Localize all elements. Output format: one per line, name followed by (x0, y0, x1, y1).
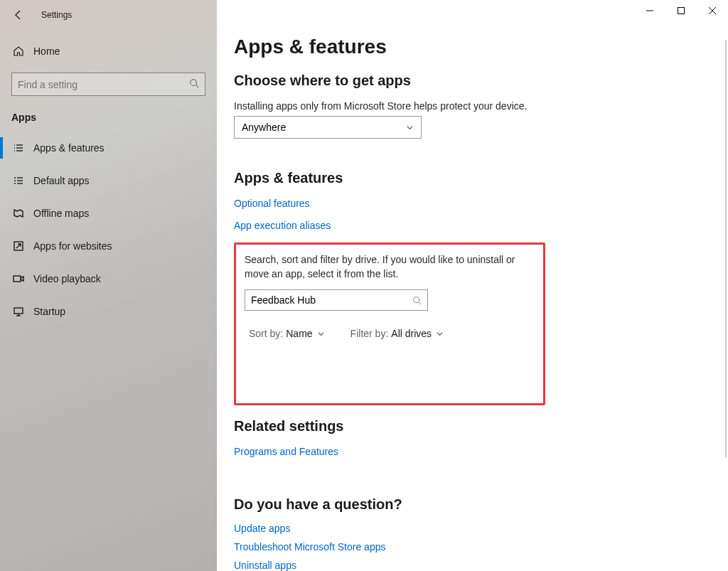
choose-heading: Choose where to get apps (234, 73, 714, 89)
sidebar-item-startup[interactable]: Startup (0, 295, 217, 328)
sidebar-item-apps-features[interactable]: Apps & features (0, 132, 217, 164)
sidebar-item-label: Apps for websites (33, 240, 112, 252)
maximize-button[interactable] (665, 0, 697, 21)
map-icon (12, 208, 25, 219)
svg-rect-20 (678, 8, 685, 14)
filter-by-dropdown[interactable]: Filter by: All drives (350, 328, 444, 339)
close-button[interactable] (697, 0, 728, 21)
svg-point-23 (414, 297, 419, 302)
sidebar-item-label: Default apps (33, 175, 90, 186)
chevron-down-icon (406, 124, 414, 132)
chevron-down-icon (317, 330, 325, 338)
sidebar-search[interactable] (11, 73, 205, 96)
sidebar-header: Settings (0, 0, 217, 30)
startup-icon (12, 306, 25, 317)
window-controls (634, 0, 728, 21)
sidebar-item-apps-websites[interactable]: Apps for websites (0, 230, 217, 262)
svg-line-24 (419, 302, 421, 304)
sidebar-item-label: Video playback (33, 273, 101, 284)
sidebar-item-label: Apps & features (33, 142, 105, 154)
related-heading: Related settings (234, 418, 714, 434)
sidebar-item-label: Offline maps (33, 208, 89, 219)
back-button[interactable] (7, 4, 30, 26)
sidebar-search-wrap (0, 65, 217, 102)
minimize-icon (646, 7, 653, 14)
sort-label: Sort by: (249, 328, 283, 339)
apps-search-input[interactable] (251, 294, 412, 306)
filterbox-desc: Search, sort and filter by drive. If you… (245, 253, 535, 281)
open-icon (12, 240, 25, 252)
arrow-left-icon (13, 9, 24, 21)
search-icon (189, 78, 199, 91)
question-links: Update apps Troubleshoot Microsoft Store… (234, 523, 714, 571)
filter-label: Filter by: (350, 328, 389, 339)
svg-rect-16 (14, 308, 23, 314)
home-icon (12, 46, 25, 57)
svg-rect-15 (14, 276, 21, 282)
svg-point-0 (191, 79, 197, 85)
list-icon (12, 142, 25, 154)
filter-value: All drives (391, 328, 432, 339)
chevron-down-icon (436, 330, 444, 338)
svg-line-1 (196, 85, 199, 87)
close-icon (709, 7, 716, 14)
window-title: Settings (41, 10, 72, 20)
sidebar-item-default-apps[interactable]: Default apps (0, 164, 217, 197)
scrollbar[interactable] (725, 40, 727, 457)
video-icon (12, 273, 25, 284)
sidebar-home[interactable]: Home (0, 37, 217, 65)
link-uninstall-apps[interactable]: Uninstall apps (234, 560, 714, 571)
highlight-box: Search, sort and filter by drive. If you… (234, 242, 545, 405)
link-update-apps[interactable]: Update apps (234, 523, 714, 534)
sidebar-item-label: Startup (33, 306, 65, 317)
sort-value: Name (286, 328, 312, 339)
link-programs-features[interactable]: Programs and Features (234, 446, 338, 457)
choose-dropdown-value: Anywhere (242, 122, 286, 133)
sidebar: Settings Home Apps Apps & features Defau… (0, 0, 217, 571)
sidebar-item-offline-maps[interactable]: Offline maps (0, 197, 217, 230)
maximize-icon (678, 7, 685, 14)
sort-by-dropdown[interactable]: Sort by: Name (249, 328, 325, 339)
defaults-icon (12, 175, 25, 186)
link-optional-features[interactable]: Optional features (234, 198, 310, 209)
minimize-button[interactable] (634, 0, 665, 21)
sidebar-item-video-playback[interactable]: Video playback (0, 262, 217, 295)
main-content: Apps & features Choose where to get apps… (217, 0, 728, 571)
sidebar-home-label: Home (33, 46, 60, 57)
sidebar-search-input[interactable] (18, 79, 189, 90)
link-troubleshoot-store[interactable]: Troubleshoot Microsoft Store apps (234, 541, 714, 553)
sort-filter-row: Sort by: Name Filter by: All drives (245, 328, 535, 339)
appsfeat-heading: Apps & features (234, 170, 714, 186)
sidebar-section-label: Apps (0, 102, 217, 129)
choose-desc: Installing apps only from Microsoft Stor… (234, 100, 714, 112)
search-icon (412, 296, 422, 305)
apps-search[interactable] (245, 289, 428, 311)
sidebar-nav: Apps & features Default apps Offline map… (0, 132, 217, 328)
page-title: Apps & features (234, 36, 714, 58)
question-heading: Do you have a question? (234, 496, 714, 513)
link-app-aliases[interactable]: App execution aliases (234, 220, 714, 231)
choose-dropdown[interactable]: Anywhere (234, 116, 422, 139)
